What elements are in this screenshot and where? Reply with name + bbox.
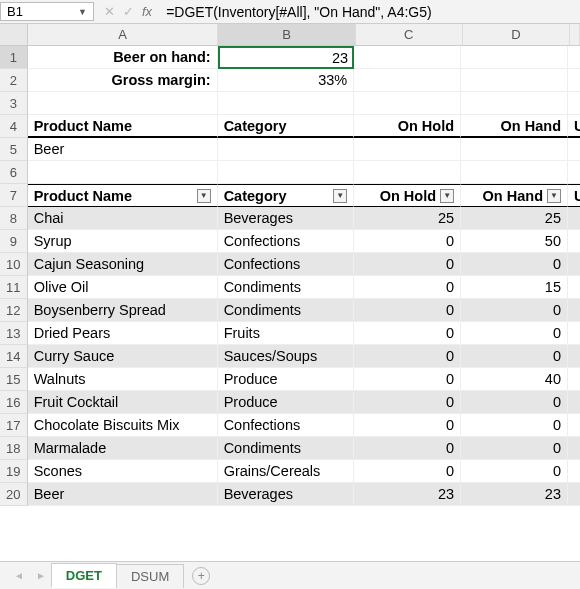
cell-category[interactable]: Produce: [218, 391, 355, 414]
cell-onhand[interactable]: 40: [461, 368, 568, 391]
cell-e[interactable]: [568, 276, 580, 299]
cell-category[interactable]: Condiments: [218, 299, 355, 322]
cell-onhand[interactable]: 50: [461, 230, 568, 253]
cell-A1[interactable]: Beer on hand:: [28, 46, 218, 69]
col-header-A[interactable]: A: [28, 24, 219, 45]
cell-e[interactable]: [568, 437, 580, 460]
cell-E2[interactable]: [568, 69, 580, 92]
cell-D2[interactable]: [461, 69, 568, 92]
cell-onhold[interactable]: 0: [354, 322, 461, 345]
row-header[interactable]: 10: [0, 253, 28, 276]
name-box[interactable]: B1 ▼: [0, 2, 94, 21]
cell-onhand[interactable]: 0: [461, 345, 568, 368]
cell-A3[interactable]: [28, 92, 218, 115]
cell-onhold[interactable]: 0: [354, 230, 461, 253]
cell-B2[interactable]: 33%: [218, 69, 355, 92]
row-header[interactable]: 4: [0, 115, 28, 138]
cell-e[interactable]: [568, 299, 580, 322]
fx-icon[interactable]: fx: [142, 4, 152, 19]
cell-onhand[interactable]: 0: [461, 253, 568, 276]
cell-E6[interactable]: [568, 161, 580, 184]
cell-e[interactable]: [568, 322, 580, 345]
cell-A5[interactable]: Beer: [28, 138, 218, 161]
cell-category[interactable]: Fruits: [218, 322, 355, 345]
row-header[interactable]: 15: [0, 368, 28, 391]
formula-input[interactable]: =DGET(Inventory[#All], "On Hand", A4:G5): [162, 4, 580, 20]
row-header[interactable]: 9: [0, 230, 28, 253]
cell-D7[interactable]: On Hand▼: [461, 184, 568, 207]
cell-e[interactable]: [568, 345, 580, 368]
cell-category[interactable]: Produce: [218, 368, 355, 391]
cell-onhold[interactable]: 0: [354, 345, 461, 368]
row-header[interactable]: 2: [0, 69, 28, 92]
cell-onhold[interactable]: 0: [354, 368, 461, 391]
row-header[interactable]: 3: [0, 92, 28, 115]
cell-C5[interactable]: [354, 138, 461, 161]
cell-onhold[interactable]: 0: [354, 391, 461, 414]
cell-C4[interactable]: On Hold: [354, 115, 461, 138]
cell-B4[interactable]: Category: [218, 115, 355, 138]
cell-onhold[interactable]: 25: [354, 207, 461, 230]
cell-category[interactable]: Confections: [218, 253, 355, 276]
cell-B5[interactable]: [218, 138, 355, 161]
tab-next-icon[interactable]: ►: [30, 570, 52, 581]
row-header[interactable]: 19: [0, 460, 28, 483]
cell-e[interactable]: [568, 483, 580, 506]
cell-product[interactable]: Olive Oil: [28, 276, 218, 299]
cell-D4[interactable]: On Hand: [461, 115, 568, 138]
cell-e[interactable]: [568, 253, 580, 276]
cell-B1[interactable]: 23: [218, 46, 355, 69]
row-header[interactable]: 12: [0, 299, 28, 322]
cell-onhold[interactable]: 0: [354, 437, 461, 460]
tab-prev-icon[interactable]: ◄: [8, 570, 30, 581]
cell-category[interactable]: Confections: [218, 414, 355, 437]
cell-onhold[interactable]: 0: [354, 460, 461, 483]
cell-C1[interactable]: [354, 46, 461, 69]
cell-E1[interactable]: [568, 46, 580, 69]
cell-onhand[interactable]: 15: [461, 276, 568, 299]
cell-C7[interactable]: On Hold▼: [354, 184, 461, 207]
tab-dsum[interactable]: DSUM: [116, 564, 184, 588]
row-header[interactable]: 6: [0, 161, 28, 184]
cell-e[interactable]: [568, 391, 580, 414]
cell-category[interactable]: Sauces/Soups: [218, 345, 355, 368]
cell-category[interactable]: Beverages: [218, 207, 355, 230]
cancel-icon[interactable]: ✕: [104, 4, 115, 19]
cell-onhand[interactable]: 0: [461, 299, 568, 322]
cell-D5[interactable]: [461, 138, 568, 161]
cell-onhand[interactable]: 0: [461, 414, 568, 437]
cell-onhand[interactable]: 0: [461, 437, 568, 460]
cell-category[interactable]: Grains/Cereals: [218, 460, 355, 483]
row-header[interactable]: 16: [0, 391, 28, 414]
cell-category[interactable]: Condiments: [218, 276, 355, 299]
filter-dropdown-icon[interactable]: ▼: [333, 189, 347, 203]
cell-e[interactable]: [568, 230, 580, 253]
cell-category[interactable]: Beverages: [218, 483, 355, 506]
cell-onhand[interactable]: 0: [461, 460, 568, 483]
cell-product[interactable]: Walnuts: [28, 368, 218, 391]
select-all-corner[interactable]: [0, 24, 28, 45]
cell-onhand[interactable]: 23: [461, 483, 568, 506]
cell-B7[interactable]: Category▼: [218, 184, 355, 207]
cell-product[interactable]: Chocolate Biscuits Mix: [28, 414, 218, 437]
cell-e[interactable]: [568, 207, 580, 230]
cell-A6[interactable]: [28, 161, 218, 184]
cell-onhold[interactable]: 0: [354, 276, 461, 299]
cell-C6[interactable]: [354, 161, 461, 184]
cell-onhold[interactable]: 0: [354, 414, 461, 437]
row-header[interactable]: 20: [0, 483, 28, 506]
cell-C3[interactable]: [354, 92, 461, 115]
accept-icon[interactable]: ✓: [123, 4, 134, 19]
cell-product[interactable]: Marmalade: [28, 437, 218, 460]
cell-category[interactable]: Condiments: [218, 437, 355, 460]
filter-dropdown-icon[interactable]: ▼: [197, 189, 211, 203]
row-header[interactable]: 14: [0, 345, 28, 368]
cell-onhand[interactable]: 0: [461, 322, 568, 345]
cell-B3[interactable]: [218, 92, 355, 115]
cell-product[interactable]: Syrup: [28, 230, 218, 253]
cell-e[interactable]: [568, 460, 580, 483]
cell-E7[interactable]: U: [568, 184, 580, 207]
col-header-D[interactable]: D: [463, 24, 570, 45]
row-header[interactable]: 11: [0, 276, 28, 299]
cell-onhold[interactable]: 0: [354, 253, 461, 276]
